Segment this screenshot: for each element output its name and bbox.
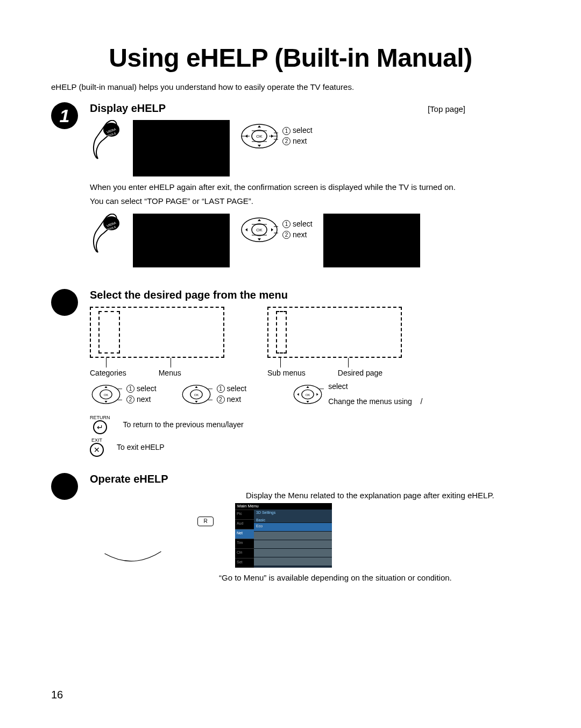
r-button-icon: R (197, 517, 214, 526)
svg-marker-48 (307, 401, 309, 402)
svg-text:OK: OK (256, 228, 263, 232)
exit-button-icon: EXIT ✕ (90, 437, 104, 457)
label-categories: Categories (90, 369, 126, 377)
nav-select: select (227, 384, 247, 394)
slash: / (420, 397, 422, 406)
svg-marker-26 (245, 228, 247, 231)
return-button-icon: RETURN ↵ (90, 415, 110, 434)
svg-text:OK: OK (306, 393, 310, 396)
step-3-title: Operate eHELP (90, 473, 168, 485)
svg-marker-11 (258, 145, 261, 147)
nav-next: next (227, 394, 241, 405)
step-2: Select the desired page from the menu Ca… (51, 289, 530, 457)
step-3-lead: Display the Menu related to the explanat… (246, 491, 530, 500)
svg-marker-27 (271, 228, 273, 231)
circled-2-icon: 2 (282, 137, 290, 145)
svg-marker-33 (104, 386, 107, 387)
page-title: Using eHELP (Built-in Manual) (51, 43, 530, 73)
nav-next: next (293, 136, 307, 147)
step-1-note-2: You can select “TOP PAGE” or “LAST PAGE”… (90, 196, 530, 207)
nav-next: next (293, 230, 307, 241)
exit-text: To exit eHELP (117, 443, 165, 451)
step-1-title: Display eHELP (90, 102, 166, 115)
label-submenus: Sub menus (267, 369, 306, 377)
step-2-title: Select the desired page from the menu (90, 289, 530, 301)
step-1-number: 1 (51, 102, 78, 129)
svg-marker-50 (316, 393, 318, 395)
svg-marker-34 (104, 401, 107, 402)
svg-marker-25 (258, 238, 261, 241)
dashed-diagram-left: Categories Menus (90, 307, 230, 377)
screenshot-placeholder (133, 120, 230, 176)
intro-text: eHELP (built-in manual) helps you unders… (51, 82, 530, 91)
step-1: 1 Display eHELP [Top page] VIERA TOOLS (51, 102, 530, 273)
nav-select: select (293, 219, 313, 230)
viera-tools-icon: VIERA TOOLS (90, 120, 122, 160)
nav-pad-1: OK 1select 2next (240, 120, 313, 152)
nav-next: next (137, 394, 151, 405)
viera-tools-icon: VIERA TOOLS (90, 214, 122, 254)
screenshot-placeholder (133, 214, 230, 267)
step-3: Operate eHELP Display the Menu related t… (51, 473, 530, 582)
nav-select: select (293, 125, 313, 136)
nav-pad-submenus: OK select Change the menus using / (292, 380, 422, 412)
circled-2-icon: 2 (282, 231, 290, 239)
top-page-label: [Top page] (428, 104, 465, 114)
svg-text:OK: OK (104, 393, 109, 396)
change-menus-text: Change the menus using (328, 397, 412, 406)
svg-marker-12 (245, 135, 247, 138)
nav-pad-menus: OK 1select 2next (180, 380, 247, 412)
svg-marker-49 (297, 393, 299, 395)
circled-1-icon: 1 (282, 127, 290, 135)
arrow-curve-icon (90, 535, 176, 568)
label-menus: Menus (159, 369, 181, 377)
step-2-number (51, 289, 78, 316)
svg-marker-40 (195, 386, 197, 387)
step-1-note-1: When you enter eHELP again after exit, t… (90, 182, 530, 193)
svg-text:OK: OK (194, 393, 199, 396)
nav-pad-categories: OK 1select 2next (90, 380, 157, 412)
nav-select: select (137, 384, 157, 394)
return-text: To return to the previous menu/layer (123, 420, 244, 429)
dashed-diagram-right: Sub menus Desired page (267, 307, 407, 377)
label-desired-page: Desired page (338, 369, 382, 377)
page-number: 16 (51, 689, 63, 701)
screenshot-placeholder (323, 214, 420, 267)
svg-marker-10 (258, 125, 261, 128)
nav-pad-2: OK 1select 2next (240, 214, 313, 246)
svg-marker-41 (195, 401, 197, 402)
circled-1-icon: 1 (282, 220, 290, 228)
svg-marker-47 (307, 386, 309, 387)
svg-marker-13 (271, 135, 273, 138)
nav-select: select (328, 381, 348, 392)
step-3-note: “Go to Menu” is available depending on t… (219, 573, 530, 582)
svg-marker-24 (258, 219, 261, 221)
menu-screenshot: Main Menu PicAudNetTimClnSet 3D Settings… (235, 503, 332, 568)
svg-text:OK: OK (256, 134, 263, 139)
step-3-number (51, 473, 78, 500)
